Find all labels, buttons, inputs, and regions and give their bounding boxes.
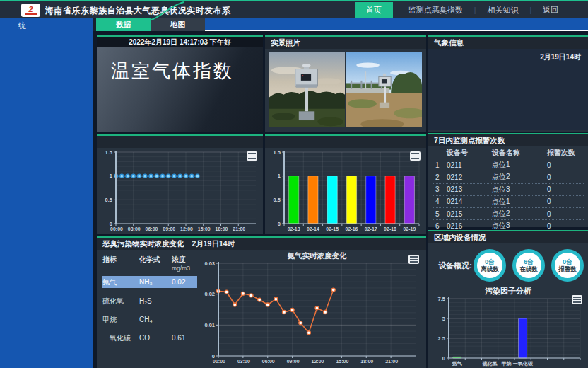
svg-text:09:00: 09:00: [287, 359, 300, 364]
table-cell: 4: [433, 197, 447, 205]
decorative-curve: [150, 1, 185, 20]
pollutant-table: 指标 化学式 浓度 mg/m3 氨气NH₃0.02硫化氢H₂S甲烷CH₄一氧化碳…: [102, 255, 197, 343]
table-cell: 点位2: [492, 209, 547, 219]
table-cell: 点位2: [492, 172, 547, 182]
nav-item-knowledge[interactable]: 相关知识: [476, 5, 529, 16]
svg-text:7.5: 7.5: [438, 296, 445, 302]
svg-text:氨气实时浓度变化: 氨气实时浓度变化: [287, 251, 348, 260]
sidebar: [0, 31, 93, 368]
nav-item-odor-index[interactable]: 监测点恶臭指数: [397, 5, 474, 16]
daily-bars-header: [265, 136, 426, 148]
svg-text:12:00: 12:00: [180, 226, 193, 231]
badge-count: 6台: [524, 258, 534, 265]
svg-text:02-14: 02-14: [307, 226, 319, 231]
pollutant-table-header-row: 指标 化学式 浓度: [102, 255, 197, 265]
device-badges: 0台 离线数 6台 在线数 0台 报警数: [474, 249, 584, 282]
svg-text:03:00: 03:00: [237, 359, 250, 364]
table-cell: 0212: [447, 173, 492, 181]
svg-text:09:00: 09:00: [163, 226, 175, 231]
svg-text:21:00: 21:00: [233, 226, 245, 231]
svg-text:1.5: 1.5: [105, 149, 112, 156]
photos-panel: 实景照片: [265, 35, 426, 132]
daily-bars-panel: 00.511.502-1302-1402-1502-1602-1702-1802…: [265, 134, 426, 234]
table-cell: 3: [433, 185, 447, 193]
svg-text:0.02: 0.02: [204, 291, 215, 297]
svg-text:硫化氢: 硫化氢: [482, 360, 498, 367]
chart-menu-icon[interactable]: [410, 151, 421, 161]
greenhouse-chart-header: [97, 136, 263, 148]
table-cell: 0: [547, 197, 584, 205]
svg-text:15:00: 15:00: [198, 226, 211, 231]
table-cell: CH₄: [139, 316, 172, 323]
svg-text:15:00: 15:00: [336, 359, 348, 364]
badge-label: 报警数: [558, 265, 577, 272]
table-row: 10211点位10: [433, 159, 584, 171]
svg-text:06:00: 06:00: [146, 226, 158, 231]
column-header: 设备名称: [492, 148, 547, 158]
chart-menu-icon[interactable]: [408, 255, 419, 264]
svg-text:18:00: 18:00: [216, 226, 228, 231]
pollution-factor-chart: 02.557.5氨气硫化氢甲烷一氧化碳: [430, 294, 585, 367]
site-photo-2: [346, 52, 422, 127]
table-cell: 0.61: [172, 334, 197, 342]
table-cell: 0: [547, 173, 584, 181]
nav-item-back[interactable]: 返回: [531, 5, 570, 16]
pollutant-row[interactable]: 氨气NH₃0.02: [102, 276, 197, 288]
svg-text:1: 1: [110, 173, 112, 179]
nav-item-home[interactable]: 首页: [355, 2, 393, 18]
odor-panel: 恶臭污染物实时浓度变化 2月19日14时 指标 化学式 浓度 mg/m3 氨气N…: [97, 236, 426, 368]
tab-data[interactable]: 数据: [96, 18, 151, 31]
table-cell: 6: [433, 222, 447, 230]
datetime-text: 2022年2月19日 14:17:03 下午好: [97, 37, 263, 47]
chart-menu-icon[interactable]: [572, 295, 582, 304]
logo-glyph: 2: [28, 6, 33, 13]
table-cell: 点位1: [492, 160, 547, 170]
svg-text:1.5: 1.5: [274, 149, 281, 156]
device-overview-row: 设备概况: 0台 离线数 6台 在线数 0台 报警数: [428, 249, 588, 282]
table-cell: 点位3: [492, 185, 547, 195]
photos-container: [265, 49, 426, 131]
table-cell: NH₃: [139, 278, 172, 286]
table-cell: 氨气: [102, 277, 139, 287]
table-cell: 0: [547, 161, 584, 169]
svg-text:5: 5: [442, 316, 445, 322]
svg-text:甲烷: 甲烷: [501, 360, 511, 367]
badge-label: 离线数: [481, 265, 499, 272]
svg-text:0.03: 0.03: [204, 260, 215, 267]
top-bar: 2 海南省乐东黎族自治县大气恶臭状况实时发布系 首页 监测点恶臭指数 | 相关知…: [0, 0, 588, 18]
svg-text:0.5: 0.5: [105, 197, 112, 203]
svg-text:00:00: 00:00: [110, 226, 123, 231]
svg-text:02-13: 02-13: [288, 226, 300, 231]
ammonia-concentration-chart: 00.010.020.0300:0003:0006:0009:0012:0015…: [200, 251, 421, 365]
odor-header: 恶臭污染物实时浓度变化 2月19日14时: [97, 238, 426, 250]
pollutant-row[interactable]: 甲烷CH₄: [102, 314, 197, 325]
daily-index-bar-chart: 00.511.502-1302-1402-1502-1602-1702-1802…: [266, 147, 424, 233]
svg-text:00:00: 00:00: [213, 359, 225, 364]
table-cell: 0216: [447, 222, 492, 230]
odor-header-title: 恶臭污染物实时浓度变化: [102, 239, 184, 248]
weather-body: 2月19日14时: [428, 49, 588, 130]
column-header: 指标: [102, 255, 139, 265]
sidebar-item-system[interactable]: 统: [18, 21, 26, 31]
offline-count-badge: 0台 离线数: [474, 249, 506, 282]
tab-map[interactable]: 地图: [151, 18, 205, 31]
table-cell: CO: [139, 334, 172, 342]
weather-date: 2月19日14时: [428, 49, 588, 62]
weather-header: 气象信息: [428, 37, 588, 49]
devices-panel: 区域内设备情况 设备概况: 0台 离线数 6台 在线数 0台 报警数 污染因子分…: [428, 230, 588, 368]
table-cell: H₂S: [139, 297, 172, 305]
table-cell: 0: [547, 222, 584, 230]
svg-text:12:00: 12:00: [312, 359, 324, 364]
svg-text:18:00: 18:00: [360, 359, 373, 364]
table-cell: 5: [433, 210, 447, 218]
badge-count: 0台: [485, 258, 495, 265]
page-title: 温室气体指数: [111, 59, 263, 84]
alarm-count-badge: 0台 报警数: [551, 249, 584, 282]
pollutant-row[interactable]: 一氧化碳CO0.61: [102, 333, 197, 343]
pollutant-row[interactable]: 硫化氢H₂S: [102, 296, 197, 306]
chart-menu-icon[interactable]: [247, 151, 257, 161]
table-cell: 硫化氢: [102, 297, 139, 306]
table-cell: 甲烷: [102, 315, 139, 325]
svg-text:06:00: 06:00: [262, 359, 275, 364]
greenhouse-index-chart: 00.511.500:0003:0006:0009:0012:0015:0018…: [98, 147, 261, 233]
